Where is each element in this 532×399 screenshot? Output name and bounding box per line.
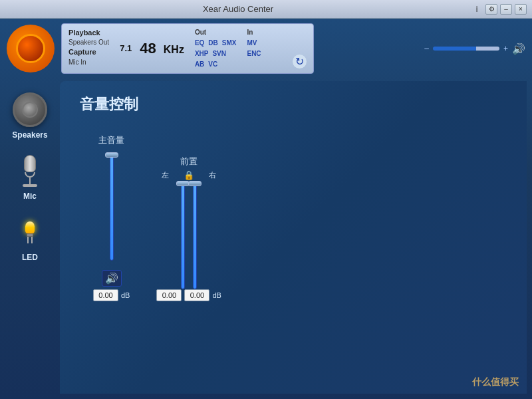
minimize-button[interactable]: –: [500, 4, 512, 15]
lock-icon: 🔒: [184, 170, 194, 180]
smx-tag[interactable]: SMX: [222, 39, 237, 48]
xhp-tag[interactable]: XHP: [195, 49, 209, 59]
master-volume-control: – + 🔊: [424, 43, 525, 55]
mic-icon: [12, 153, 48, 189]
vol-min-icon: –: [424, 44, 429, 53]
sliders-area: 主音量 🔊 0.00 dB: [80, 134, 507, 301]
out-tags: Out EQ DB SMX XHP SVN AB VC: [195, 28, 237, 69]
speakers-label: Speakers: [12, 130, 47, 140]
header: Playback Speakers Out Capture Mic In 7.1…: [0, 19, 532, 78]
watermark: 什么值得买: [472, 376, 519, 388]
mic-stand: [29, 178, 31, 184]
in-label: In: [247, 28, 253, 37]
logo-inner: [16, 34, 45, 63]
app-logo: [7, 25, 55, 72]
front-ch-labels: 左 🔒 右: [162, 170, 216, 180]
speaker-graphic: [13, 92, 47, 127]
content-area: 音量控制 主音量 🔊: [60, 81, 527, 394]
front-right-thumb[interactable]: [188, 181, 201, 186]
out-label: Out: [195, 28, 206, 37]
refresh-icon[interactable]: ↻: [293, 55, 307, 69]
info-panel: Playback Speakers Out Capture Mic In 7.1…: [61, 23, 314, 74]
front-slider-tracks: [181, 183, 197, 289]
mic-in-label: Mic In: [68, 58, 109, 67]
settings-button[interactable]: ⚙: [485, 4, 497, 15]
front-bottom: 0.00 0.00 dB: [156, 289, 221, 301]
master-bottom: 🔊 0.00 dB: [93, 270, 130, 301]
info-row: Playback Speakers Out Capture Mic In 7.1…: [68, 28, 307, 69]
mic-base: [23, 184, 37, 187]
freq-unit: KHz: [164, 44, 184, 55]
ab-tag[interactable]: AB: [195, 60, 204, 69]
led-bulb: [25, 221, 35, 233]
info-button[interactable]: i: [471, 4, 483, 15]
playback-label: Playback: [68, 28, 109, 38]
front-right-fill: [194, 184, 196, 289]
title-bar: Xear Audio Center i ⚙ – ×: [0, 0, 532, 19]
front-volume-group: 前置 左 🔒 右: [156, 156, 221, 301]
front-db-label: dB: [212, 291, 221, 299]
right-label: 右: [209, 170, 216, 180]
mic-head: [24, 155, 36, 172]
front-left-thumb[interactable]: [176, 181, 190, 186]
playback-col: Playback Speakers Out Capture Mic In: [68, 28, 109, 69]
led-label: LED: [22, 253, 38, 262]
svn-tag[interactable]: SVN: [212, 49, 226, 59]
sidebar-item-speakers[interactable]: Speakers: [12, 92, 48, 140]
mic-label: Mic: [23, 192, 37, 201]
led-icon: [12, 214, 48, 250]
left-label: 左: [162, 170, 169, 180]
vol-speaker-icon: 🔊: [512, 43, 525, 55]
led-legs: [27, 237, 33, 243]
front-right-value-box[interactable]: 0.00: [184, 289, 209, 301]
front-right-slider[interactable]: [193, 183, 197, 289]
front-label: 前置: [180, 156, 198, 168]
master-slider[interactable]: [110, 154, 114, 261]
vc-tag[interactable]: VC: [208, 60, 217, 69]
window-title: Xear Audio Center: [5, 4, 471, 14]
mic-arm: [25, 172, 35, 178]
front-left-fill: [182, 184, 184, 289]
sidebar-item-led[interactable]: LED: [12, 214, 48, 262]
db-tag[interactable]: DB: [208, 39, 217, 48]
window-controls: i ⚙ – ×: [471, 4, 527, 15]
front-left-slider[interactable]: [181, 183, 185, 289]
sidebar: Speakers Mic: [0, 78, 60, 399]
eq-tag[interactable]: EQ: [195, 39, 204, 48]
body: Speakers Mic: [0, 78, 532, 399]
front-left-track: [181, 183, 185, 289]
page-title: 音量控制: [80, 94, 507, 114]
capture-label: Capture: [68, 47, 109, 57]
speakers-icon: [12, 92, 48, 128]
freq-col: 7.1 48 KHz: [120, 28, 184, 69]
master-thumb[interactable]: [105, 152, 118, 158]
vol-slider-track[interactable]: [433, 47, 499, 51]
master-label: 主音量: [98, 134, 124, 146]
master-speaker-icon: 🔊: [102, 270, 122, 287]
front-right-track: [193, 183, 197, 289]
master-value-box[interactable]: 0.00: [93, 289, 118, 301]
vol-max-icon: +: [503, 44, 508, 53]
enc-tag[interactable]: ENC: [247, 49, 261, 59]
mode-badge: 7.1: [120, 43, 132, 55]
mv-tag[interactable]: MV: [247, 39, 257, 48]
close-button[interactable]: ×: [515, 4, 527, 15]
master-volume-group: 主音量 🔊 0.00 dB: [93, 134, 130, 301]
master-db-label: dB: [121, 291, 130, 299]
master-track: [110, 154, 114, 261]
speakers-out-label: Speakers Out: [68, 38, 109, 47]
in-tags: In MV ENC: [247, 28, 261, 69]
master-fill: [110, 155, 113, 260]
frequency-value: 48: [140, 40, 156, 57]
master-slider-tracks: [110, 154, 114, 261]
app-container: Playback Speakers Out Capture Mic In 7.1…: [0, 19, 532, 399]
front-left-value-box[interactable]: 0.00: [156, 289, 182, 301]
sidebar-item-mic[interactable]: Mic: [12, 153, 48, 201]
